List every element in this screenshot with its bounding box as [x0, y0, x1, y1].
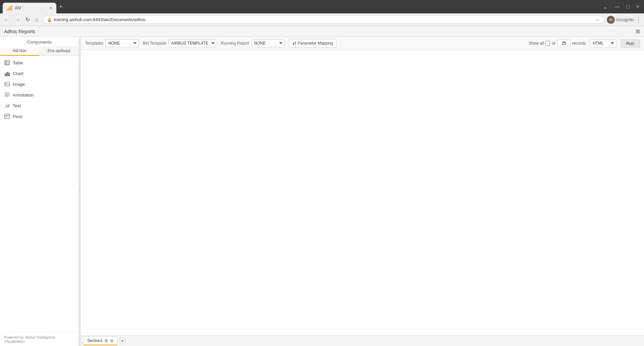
- incognito-button[interactable]: 🕵 Incognito: [607, 16, 634, 24]
- main-layout: Components Ad-hoc Pre-defined: [0, 37, 644, 346]
- home-button[interactable]: ⌂: [34, 16, 40, 23]
- section-close-icon[interactable]: ⊗: [110, 338, 114, 343]
- records-input[interactable]: [557, 40, 571, 47]
- birt-template-label: Birt Template: [143, 41, 166, 46]
- app-container: Adhoc Reports ⊠ Components Ad-hoc Pre-de…: [0, 26, 644, 346]
- parameter-mapping-button[interactable]: ⇄ Parameter Mapping: [289, 39, 337, 48]
- annotation-icon: [4, 92, 10, 98]
- sidebar-label-pivot: Pivot: [13, 114, 22, 119]
- app-header-icon[interactable]: ⊠: [636, 28, 640, 35]
- content-area: Templates NONE Birt Template AIRBUS TEMP…: [81, 37, 644, 346]
- svg-rect-1: [8, 7, 9, 10]
- sidebar-label-table: Table: [13, 60, 23, 65]
- sidebar-item-text[interactable]: Ab Text: [0, 100, 78, 111]
- sidebar-items: Table Chart: [0, 56, 78, 332]
- section-tab-label: Section1: [87, 338, 103, 343]
- svg-rect-9: [5, 73, 6, 76]
- app-title: Adhoc Reports: [4, 29, 35, 34]
- sidebar: Components Ad-hoc Pre-defined: [0, 37, 79, 346]
- svg-rect-14: [5, 82, 9, 86]
- sidebar-label-chart: Chart: [13, 71, 23, 76]
- running-report-select[interactable]: NONE: [251, 39, 285, 47]
- lock-icon: 🔒: [47, 17, 52, 22]
- section-tabs: Section1 ⚙ ⊗ +: [81, 335, 644, 346]
- svg-rect-2: [10, 6, 11, 10]
- sidebar-item-image[interactable]: Image: [0, 79, 78, 90]
- reload-button[interactable]: ↻: [24, 16, 31, 23]
- svg-rect-22: [6, 116, 8, 117]
- show-all-group: Show all or records: [529, 40, 586, 47]
- address-bar-row: ← → ↻ ⌂ 🔒 training.aivhub.com:8443/aiv/D…: [0, 13, 644, 26]
- browser-tab-aiv[interactable]: AIV ×: [3, 3, 56, 13]
- tab-title: AIV: [15, 6, 21, 10]
- format-select[interactable]: HTML PDF Excel Word: [590, 39, 616, 47]
- running-report-group: Running Report NONE: [221, 39, 285, 47]
- new-tab-button[interactable]: +: [56, 2, 65, 12]
- incognito-icon: 🕵: [607, 16, 615, 24]
- browser-right-controls: 🕵 Incognito ⋮: [607, 16, 641, 24]
- sidebar-item-chart[interactable]: Chart: [0, 68, 78, 79]
- url-text: training.aivhub.com:8443/aiv/Documents/a…: [54, 17, 594, 22]
- sidebar-label-image: Image: [13, 82, 25, 87]
- components-header: Components: [0, 37, 78, 46]
- templates-group: Templates NONE: [85, 39, 139, 47]
- sidebar-footer: Powered by: Active Intelligence Visualiz…: [0, 332, 78, 346]
- running-report-label: Running Report: [221, 41, 249, 46]
- svg-rect-3: [11, 6, 12, 10]
- section-settings-icon[interactable]: ⚙: [104, 338, 108, 343]
- back-button[interactable]: ←: [3, 16, 11, 23]
- browser-menu-button[interactable]: ⋮: [635, 16, 641, 24]
- svg-rect-12: [9, 73, 10, 76]
- pivot-icon: [4, 113, 10, 119]
- table-icon: [4, 60, 10, 66]
- tab-adhoc[interactable]: Ad-hoc: [0, 46, 39, 56]
- forward-button[interactable]: →: [13, 16, 21, 23]
- text-icon: Ab: [4, 103, 10, 109]
- chart-icon: [4, 70, 10, 76]
- maximize-button[interactable]: □: [624, 3, 632, 11]
- image-icon: [4, 81, 10, 87]
- tab-close-button[interactable]: ×: [50, 5, 52, 11]
- incognito-label: Incognito: [616, 17, 634, 22]
- bookmark-icon[interactable]: ☆: [596, 17, 600, 22]
- section-tab-1[interactable]: Section1 ⚙ ⊗: [84, 336, 117, 345]
- show-all-checkbox[interactable]: [545, 41, 550, 46]
- close-window-button[interactable]: ×: [634, 3, 641, 11]
- tab-predefined[interactable]: Pre-defined: [39, 46, 78, 56]
- minimize-button[interactable]: —: [612, 3, 622, 11]
- param-mapping-arrows-icon: ⇄: [292, 41, 297, 46]
- show-all-label: Show all: [529, 41, 544, 46]
- birt-template-select[interactable]: AIRBUS TEMPLATE: [168, 39, 217, 47]
- browser-tabs: AIV × +: [3, 0, 598, 13]
- app-header: Adhoc Reports ⊠: [0, 26, 644, 37]
- address-bar[interactable]: 🔒 training.aivhub.com:8443/aiv/Documents…: [43, 15, 604, 24]
- param-mapping-label: Parameter Mapping: [298, 41, 333, 46]
- svg-rect-0: [7, 9, 8, 10]
- run-button[interactable]: Run: [621, 39, 640, 48]
- records-label: records: [572, 41, 586, 46]
- tab-search-button[interactable]: ⌄: [601, 3, 609, 11]
- or-label: or: [552, 41, 555, 46]
- svg-point-15: [6, 83, 7, 84]
- sidebar-tabs: Ad-hoc Pre-defined: [0, 46, 78, 56]
- report-canvas[interactable]: [81, 50, 644, 335]
- add-section-button[interactable]: +: [119, 337, 126, 345]
- templates-select[interactable]: NONE: [105, 39, 139, 47]
- svg-rect-11: [7, 72, 8, 76]
- toolbar: Templates NONE Birt Template AIRBUS TEMP…: [81, 37, 644, 50]
- sidebar-item-pivot[interactable]: Pivot: [0, 111, 78, 122]
- sidebar-label-annotation: Annotation: [13, 93, 34, 98]
- browser-chrome: AIV × + ⌄ — □ ×: [0, 0, 644, 13]
- sidebar-item-table[interactable]: Table: [0, 57, 78, 68]
- svg-text:Ab: Ab: [5, 103, 10, 108]
- svg-rect-10: [6, 72, 7, 76]
- sidebar-label-text: Text: [13, 103, 21, 108]
- browser-controls: ⌄ — □ ×: [601, 3, 641, 11]
- templates-label: Templates: [85, 41, 103, 46]
- birt-template-group: Birt Template AIRBUS TEMPLATE: [143, 39, 217, 47]
- sidebar-item-annotation[interactable]: Annotation: [0, 90, 78, 100]
- aiv-favicon: [7, 5, 12, 11]
